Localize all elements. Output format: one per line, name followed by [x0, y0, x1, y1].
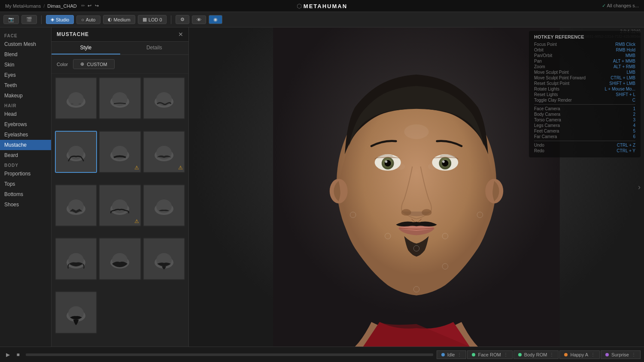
- toolbar-divider-2: [171, 15, 171, 24]
- status-surprise[interactable]: Surprise ⋮: [601, 350, 641, 359]
- happy-more-icon[interactable]: ⋮: [591, 352, 595, 357]
- svg-point-43: [401, 209, 411, 216]
- nav-item-beard[interactable]: Beard: [0, 150, 51, 160]
- surprise-more-icon[interactable]: ⋮: [632, 352, 636, 357]
- medium-button[interactable]: ◐ Medium: [103, 15, 135, 24]
- sculpt-tool-3[interactable]: ◉: [209, 15, 222, 24]
- style-item-3[interactable]: [143, 77, 185, 119]
- style-item-8[interactable]: ⚠: [99, 184, 141, 226]
- nav-item-head[interactable]: Head: [0, 109, 51, 119]
- style-item-1[interactable]: [55, 77, 97, 119]
- body-rom-more-icon[interactable]: ⋮: [550, 352, 554, 357]
- lod-button[interactable]: ▦ LOD 0: [138, 15, 167, 24]
- style-item-2[interactable]: [99, 77, 141, 119]
- face-rom-dot: [472, 353, 475, 356]
- nav-item-eyes[interactable]: Eyes: [0, 70, 51, 80]
- style-item-4[interactable]: [55, 131, 97, 173]
- status-face-rom[interactable]: Face ROM ⋮: [467, 350, 512, 359]
- idle-dot: [441, 353, 445, 356]
- svg-rect-3: [79, 103, 81, 105]
- tab-style[interactable]: Style: [52, 42, 120, 54]
- svg-point-54: [428, 163, 438, 170]
- hotkey-row: Torso Camera 3: [534, 118, 635, 122]
- surprise-dot: [605, 353, 609, 356]
- panel-header: MUSTACHE ✕: [52, 27, 188, 42]
- checkmark-icon: ✓: [602, 3, 607, 8]
- svg-point-41: [385, 160, 388, 163]
- timeline-bar[interactable]: [26, 353, 433, 356]
- top-bar: My MetaHumans / Dimas_CHAD ✏ ↩ ↪ ⬡ METAH…: [0, 0, 644, 12]
- nav-item-shoes[interactable]: Shoes: [0, 199, 51, 210]
- nav-item-mustache[interactable]: Mustache: [0, 140, 51, 150]
- hotkey-row: Reset Sculpt Point SHIFT + LMB: [534, 81, 635, 86]
- save-status: ✓ All changes s...: [602, 3, 639, 9]
- video-button[interactable]: 🎬: [21, 15, 37, 24]
- hotkey-row: Reset Lights SHIFT + L: [534, 92, 635, 97]
- svg-point-1: [68, 92, 84, 106]
- viewport-right-arrow[interactable]: ›: [638, 183, 641, 192]
- hotkey-row: Redo CTRL + Y: [534, 148, 635, 153]
- nav-item-proportions[interactable]: Proportions: [0, 169, 51, 179]
- screenshot-button[interactable]: 📷: [3, 15, 19, 24]
- auto-icon: ○: [81, 17, 84, 22]
- idle-more-icon[interactable]: ⋮: [457, 352, 462, 357]
- breadcrumb-my-metahumans[interactable]: My MetaHumans: [5, 3, 41, 9]
- studio-button[interactable]: ◈ Studio: [46, 15, 74, 24]
- breadcrumb-character[interactable]: Dimas_CHAD: [47, 3, 76, 9]
- hotkey-row: Toggle Clay Render C: [534, 98, 635, 103]
- happy-dot: [564, 353, 568, 356]
- nav-section-body: BODY: [0, 160, 51, 169]
- status-idle[interactable]: Idle ⋮: [437, 350, 467, 359]
- svg-point-42: [442, 160, 445, 163]
- style-item-5[interactable]: ⚠: [99, 131, 141, 173]
- status-body-rom[interactable]: Body ROM ⋮: [513, 350, 559, 359]
- sculpt-tool-2[interactable]: 👁: [192, 15, 206, 24]
- undo-button[interactable]: ↩: [88, 3, 91, 9]
- hotkey-row: Rotate Lights L + Mouse Mo...: [534, 87, 635, 91]
- style-item-12[interactable]: [143, 238, 185, 280]
- studio-icon: ◈: [51, 17, 54, 22]
- sculpt-tool-1[interactable]: ⚙: [176, 15, 189, 24]
- main-content: FACE Custom Mesh Blend Skin Eyes Teeth M…: [0, 27, 644, 347]
- nav-item-bottoms[interactable]: Bottoms: [0, 189, 51, 199]
- nav-item-blend[interactable]: Blend: [0, 49, 51, 60]
- style-item-6[interactable]: ⚠: [143, 131, 185, 173]
- breadcrumb-edit-icon: ✏: [81, 3, 85, 9]
- warning-icon-5: ⚠: [134, 165, 139, 171]
- nav-item-eyelashes[interactable]: Eyelashes: [0, 130, 51, 140]
- nav-item-teeth[interactable]: Teeth: [0, 80, 51, 90]
- style-item-9[interactable]: [143, 184, 185, 226]
- hotkey-row: Legs Camera 4: [534, 123, 635, 128]
- style-item-11[interactable]: [99, 238, 141, 280]
- hotkey-row: Feet Camera 5: [534, 129, 635, 133]
- style-item-7[interactable]: [55, 184, 97, 226]
- nav-item-custom-mesh[interactable]: Custom Mesh: [0, 39, 51, 49]
- plus-icon: ⊕: [80, 61, 84, 67]
- tab-details[interactable]: Details: [120, 42, 189, 54]
- warning-icon-8: ⚠: [134, 218, 139, 224]
- nav-item-eyebrows[interactable]: Eyebrows: [0, 119, 51, 130]
- nav-item-makeup[interactable]: Makeup: [0, 90, 51, 101]
- medium-icon: ◐: [108, 17, 112, 22]
- redo-button[interactable]: ↪: [95, 3, 99, 9]
- panel-close-button[interactable]: ✕: [178, 31, 183, 38]
- status-happy[interactable]: Happy A ⋮: [559, 350, 600, 359]
- viewport: +: [189, 27, 644, 347]
- panel-color-row: Color ⊕ CUSTOM: [52, 55, 188, 74]
- hotkey-row: Orbit RMB Hold: [534, 48, 635, 52]
- color-custom-button[interactable]: ⊕ CUSTOM: [73, 59, 114, 69]
- svg-point-17: [112, 199, 128, 213]
- status-chips: Idle ⋮ Face ROM ⋮ Body ROM ⋮ Happy A ⋮ S…: [437, 350, 641, 359]
- hotkey-row: Focus Point RMB Click: [534, 42, 635, 47]
- stop-button[interactable]: ■: [14, 350, 22, 359]
- face-rom-more-icon[interactable]: ⋮: [504, 352, 508, 357]
- style-item-13[interactable]: [55, 291, 97, 333]
- nav-item-tops[interactable]: Tops: [0, 179, 51, 189]
- style-item-10[interactable]: [55, 238, 97, 280]
- nav-item-skin[interactable]: Skin: [0, 60, 51, 70]
- play-button[interactable]: ▶: [3, 350, 12, 359]
- auto-button[interactable]: ○ Auto: [76, 15, 100, 24]
- camera-hotkeys: Face Camera 1 Body Camera 2 Torso Camera…: [534, 104, 635, 139]
- hotkey-row: Pan/Orbit MMB: [534, 53, 635, 58]
- lod-icon: ▦: [143, 17, 147, 22]
